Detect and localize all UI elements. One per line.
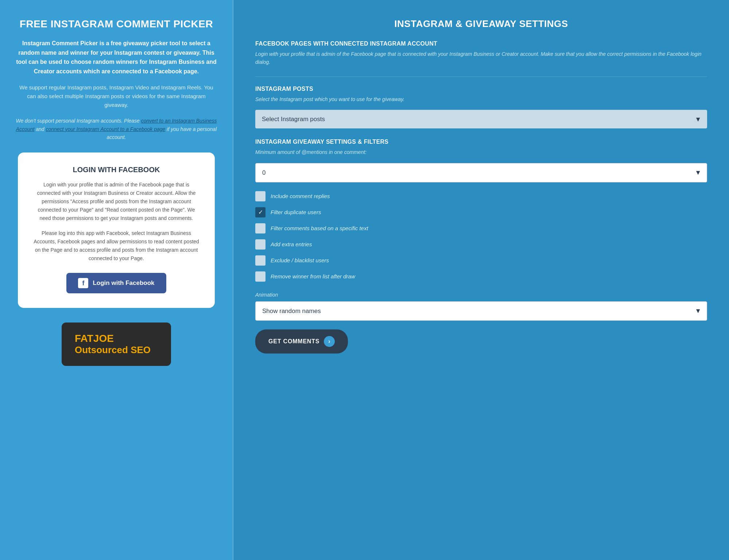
- checkbox-remove-winner[interactable]: [255, 271, 265, 282]
- facebook-pages-text: Login with your profile that is admin of…: [255, 50, 707, 66]
- connect-link[interactable]: connect your Instagram Account to a Face…: [46, 126, 165, 132]
- login-card: LOGIN WITH FACEBOOK Login with your prof…: [18, 152, 215, 308]
- animation-dropdown-wrapper: Show random names No animation ▼: [255, 301, 707, 321]
- left-title: FREE INSTAGRAM COMMENT PICKER: [20, 18, 213, 30]
- checkbox-filter-duplicates[interactable]: ✓: [255, 207, 265, 217]
- checkbox-row-exclude-users: Exclude / blacklist users: [255, 255, 707, 266]
- giveaway-settings-heading: INSTAGRAM GIVEAWAY SETTINGS & FILTERS: [255, 139, 707, 145]
- left-description: Instagram Comment Picker is a free givea…: [15, 39, 218, 76]
- checkbox-row-include-replies: Include comment replies: [255, 191, 707, 201]
- instagram-posts-select[interactable]: Select Instagram posts: [255, 110, 707, 128]
- login-card-text2: Please log into this app with Facebook, …: [32, 229, 200, 263]
- checkbox-filter-text[interactable]: [255, 223, 265, 233]
- animation-select[interactable]: Show random names No animation: [255, 301, 707, 321]
- checkbox-row-remove-winner: Remove winner from list after draw: [255, 271, 707, 282]
- animation-label: Animation: [255, 292, 707, 298]
- mentions-label: Minimum amount of @mentions in one comme…: [255, 148, 707, 156]
- facebook-login-label: Login with Facebook: [93, 279, 154, 287]
- note-prefix: We don't support personal Instagram acco…: [16, 118, 141, 124]
- get-comments-arrow-icon: ›: [324, 336, 335, 347]
- ad-card: FATJOE Outsourced SEO: [62, 323, 171, 366]
- facebook-pages-section: FACEBOOK PAGES WITH CONNECTED INSTAGRAM …: [255, 40, 707, 66]
- left-note: We don't support personal Instagram acco…: [15, 117, 218, 141]
- instagram-posts-text: Select the Instagram post which you want…: [255, 95, 707, 103]
- instagram-posts-heading: INSTAGRAM POSTS: [255, 86, 707, 92]
- mentions-dropdown-wrapper: 0 1 2 ▼: [255, 163, 707, 182]
- checkbox-extra-entries-label: Add extra entries: [271, 241, 312, 247]
- ad-brand: FATJOE: [75, 333, 158, 344]
- checkbox-exclude-users[interactable]: [255, 255, 265, 266]
- checkbox-remove-winner-label: Remove winner from list after draw: [271, 273, 355, 279]
- left-description-2: We support regular Instagram posts, Inst…: [15, 83, 218, 109]
- right-title: INSTAGRAM & GIVEAWAY SETTINGS: [255, 18, 707, 30]
- facebook-pages-heading: FACEBOOK PAGES WITH CONNECTED INSTAGRAM …: [255, 40, 707, 47]
- checkbox-include-replies[interactable]: [255, 191, 265, 201]
- giveaway-settings-section: INSTAGRAM GIVEAWAY SETTINGS & FILTERS Mi…: [255, 139, 707, 281]
- animation-section: Animation Show random names No animation…: [255, 292, 707, 321]
- checkbox-row-extra-entries: Add extra entries: [255, 239, 707, 250]
- instagram-posts-dropdown-wrapper: Select Instagram posts ▼: [255, 110, 707, 128]
- facebook-icon: f: [78, 278, 88, 288]
- get-comments-button[interactable]: GET COMMENTS ›: [255, 329, 348, 354]
- login-card-text1: Login with your profile that is admin of…: [32, 181, 200, 223]
- checkbox-filter-text-label: Filter comments based on a specific text: [271, 225, 368, 231]
- divider-1: [255, 77, 707, 77]
- right-panel: INSTAGRAM & GIVEAWAY SETTINGS FACEBOOK P…: [233, 0, 729, 560]
- ad-subtitle: Outsourced SEO: [75, 344, 158, 356]
- checkbox-filter-duplicates-label: Filter duplicate users: [271, 209, 321, 215]
- checkbox-row-filter-text: Filter comments based on a specific text: [255, 223, 707, 233]
- left-panel: FREE INSTAGRAM COMMENT PICKER Instagram …: [0, 0, 233, 560]
- checkbox-extra-entries[interactable]: [255, 239, 265, 250]
- login-card-title: LOGIN WITH FACEBOOK: [32, 166, 200, 174]
- checkbox-row-filter-duplicates: ✓ Filter duplicate users: [255, 207, 707, 217]
- checkbox-exclude-users-label: Exclude / blacklist users: [271, 257, 329, 263]
- get-comments-label: GET COMMENTS: [268, 338, 319, 345]
- mentions-select[interactable]: 0 1 2: [255, 163, 707, 182]
- instagram-posts-section: INSTAGRAM POSTS Select the Instagram pos…: [255, 86, 707, 128]
- facebook-login-button[interactable]: f Login with Facebook: [66, 273, 166, 293]
- note-middle: and: [34, 126, 46, 132]
- checkbox-include-replies-label: Include comment replies: [271, 193, 330, 199]
